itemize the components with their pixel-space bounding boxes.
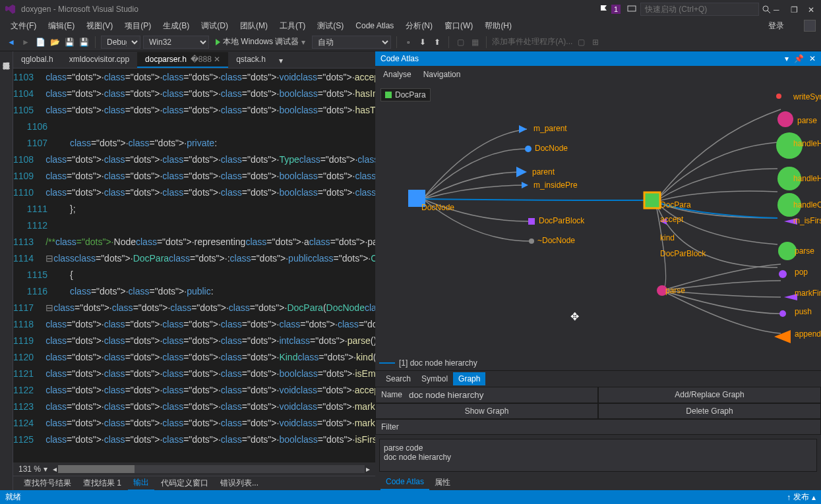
btab-codedef[interactable]: 代码定义窗口: [156, 476, 214, 490]
node-handlehtml2[interactable]: handleHtml: [793, 174, 821, 183]
atlas-menu: Analyse Navigation: [375, 66, 821, 83]
saveall-icon[interactable]: 💾: [78, 36, 90, 48]
btab-output[interactable]: 输出: [128, 476, 154, 491]
new-icon[interactable]: 📄: [34, 36, 46, 48]
menu-team[interactable]: 团队(M): [235, 19, 273, 33]
atlas-filter-list[interactable]: parse code doc node hierarchy: [379, 439, 817, 472]
show-graph-button[interactable]: Show Graph: [375, 403, 598, 419]
node-docparblock2[interactable]: DocParBlock: [660, 249, 706, 258]
menu-help[interactable]: 帮助(H): [479, 19, 517, 33]
node-docpara[interactable]: DocPara: [660, 200, 691, 210]
avatar-icon[interactable]: [804, 20, 816, 32]
filter-item[interactable]: doc node hierarchy: [384, 453, 812, 462]
close-icon[interactable]: �888 ✕: [191, 55, 220, 64]
node-mparent[interactable]: m_parent: [533, 124, 567, 133]
tab-overflow-icon[interactable]: ▾: [274, 53, 288, 68]
btab-errorlist[interactable]: 错误列表...: [215, 476, 264, 490]
feedback-icon[interactable]: [627, 5, 636, 14]
tab-xmldocvisitor[interactable]: xmldocvisitor.cpp: [61, 52, 137, 68]
svg-marker-6: [522, 182, 528, 188]
publish-dropdown-icon[interactable]: ▴: [812, 493, 816, 502]
tb-icon-2[interactable]: ⬇: [417, 36, 429, 48]
atlas-tab-graph[interactable]: Graph: [453, 372, 485, 385]
tab-qstack[interactable]: qstack.h: [228, 52, 274, 68]
code-editor[interactable]: 1103class="dots">·class="dots">·class="d…: [13, 69, 375, 462]
tb-icon-1[interactable]: ▫: [402, 36, 414, 48]
publish-button[interactable]: 发布: [793, 491, 809, 503]
nav-fwd-icon[interactable]: ►: [20, 36, 32, 48]
node-push[interactable]: push: [795, 307, 812, 316]
platform-select[interactable]: Win32: [143, 36, 209, 49]
atlas-name-input[interactable]: [409, 390, 592, 400]
add-replace-graph-button[interactable]: Add/Replace Graph: [598, 387, 821, 403]
atlas-pin-icon[interactable]: 📌: [794, 54, 804, 63]
atlas-tab-search[interactable]: Search: [380, 372, 416, 385]
hscroll-right-icon[interactable]: ▸: [366, 464, 370, 474]
node-markfirst[interactable]: markFirst: [795, 289, 821, 298]
node-accept[interactable]: accept: [660, 215, 683, 224]
node-docparblock[interactable]: DocParBlock: [539, 216, 584, 225]
atlas-menu-analyse[interactable]: Analyse: [383, 70, 411, 79]
publish-arrow-icon[interactable]: ↑: [787, 493, 791, 502]
menu-tools[interactable]: 工具(T): [274, 19, 311, 33]
notification-badge[interactable]: 1: [611, 5, 621, 14]
footer-tab-codeatlas[interactable]: Code Atlas: [380, 476, 429, 490]
maximize-button[interactable]: ❐: [791, 5, 799, 13]
node-append[interactable]: append: [795, 329, 821, 339]
menu-file[interactable]: 文件(F): [5, 19, 42, 33]
server-explorer-tab[interactable]: 服务器资源管理器: [0, 51, 13, 490]
quick-launch-input[interactable]: [640, 3, 759, 16]
save-icon[interactable]: 💾: [63, 36, 75, 48]
node-tildedocnode[interactable]: ~DocNode: [537, 236, 575, 245]
run-button[interactable]: 本地 Windows 调试器 ▾: [212, 35, 309, 49]
node-writesyno[interactable]: writeSyno: [793, 92, 821, 101]
node-parse[interactable]: parse: [665, 286, 685, 295]
minimize-button[interactable]: ─: [774, 5, 781, 13]
menu-test[interactable]: 测试(S): [312, 19, 349, 33]
graph-canvas[interactable]: DocPara: [375, 83, 821, 370]
zoom-dropdown-icon[interactable]: ▾: [44, 464, 47, 474]
tb-icon-3[interactable]: ⬆: [431, 36, 443, 48]
filter-item[interactable]: parse code: [384, 443, 812, 453]
node-parse2[interactable]: parse: [797, 116, 817, 125]
atlas-dropdown-icon[interactable]: ▾: [785, 54, 789, 63]
atlas-menu-navigation[interactable]: Navigation: [423, 70, 461, 79]
process-select[interactable]: 自动: [312, 36, 391, 49]
search-icon[interactable]: [762, 5, 771, 14]
node-docnode[interactable]: DocNode: [421, 203, 454, 212]
menu-project[interactable]: 项目(P): [119, 19, 156, 33]
node-parse3[interactable]: parse: [795, 246, 814, 256]
hscrollbar[interactable]: [58, 465, 365, 473]
node-handlehtmltag[interactable]: handleHtmlTag: [793, 139, 821, 148]
open-icon[interactable]: 📂: [49, 36, 61, 48]
atlas-close-icon[interactable]: ✕: [809, 54, 816, 63]
menu-window[interactable]: 窗口(W): [439, 19, 478, 33]
nav-back-icon[interactable]: ◄: [5, 36, 17, 48]
btab-findresults[interactable]: 查找结果 1: [78, 476, 127, 490]
node-docnode2[interactable]: DocNode: [535, 144, 568, 153]
close-button[interactable]: ✕: [808, 5, 816, 13]
node-kind[interactable]: kind: [660, 233, 675, 242]
login-link[interactable]: 登录: [763, 19, 789, 33]
tab-docparser[interactable]: docparser.h�888 ✕: [137, 52, 228, 68]
menu-edit[interactable]: 编辑(E): [43, 19, 80, 33]
zoom-level[interactable]: 131 %: [18, 464, 41, 474]
atlas-tab-symbol[interactable]: Symbol: [416, 372, 453, 385]
tab-qglobal[interactable]: qglobal.h: [13, 52, 61, 68]
footer-tab-properties[interactable]: 属性: [429, 476, 456, 490]
node-misfirst[interactable]: m_isFirst: [793, 216, 821, 225]
menu-codeatlas[interactable]: Code Atlas: [350, 20, 399, 32]
btab-findsymbol[interactable]: 查找符号结果: [18, 476, 76, 490]
flag-icon[interactable]: [599, 5, 609, 14]
node-pop[interactable]: pop: [795, 267, 808, 277]
node-minsidepre[interactable]: m_insidePre: [533, 181, 578, 190]
node-parent[interactable]: parent: [532, 167, 555, 177]
node-handlecommand[interactable]: handleCol: [793, 200, 821, 210]
hscroll-left-icon[interactable]: ◂: [53, 464, 57, 474]
delete-graph-button[interactable]: Delete Graph: [598, 403, 821, 419]
menu-view[interactable]: 视图(V): [81, 19, 118, 33]
menu-analyze[interactable]: 分析(N): [400, 19, 438, 33]
menu-debug[interactable]: 调试(D): [196, 19, 233, 33]
config-select[interactable]: Debug: [101, 36, 140, 49]
menu-build[interactable]: 生成(B): [158, 19, 195, 33]
